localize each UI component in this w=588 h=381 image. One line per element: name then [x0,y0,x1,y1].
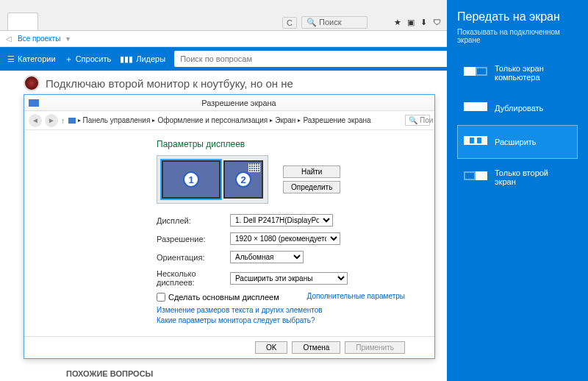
resolution-label: Разрешение: [157,235,230,243]
reload-button[interactable]: С [282,17,297,29]
find-button[interactable]: Найти [283,165,340,178]
window-title: Разрешение экрана [43,99,434,107]
orientation-select[interactable]: Альбомная [230,251,304,263]
display-label: Дисплей: [157,216,230,225]
multiple-label: Несколько дисплеев: [157,269,230,287]
nav-back-button[interactable]: ◄ [29,114,42,127]
display-select[interactable]: 1. Dell P2417H(DisplayPort) [230,214,333,227]
download-icon[interactable]: ⬇ [420,18,427,27]
app-icon [29,99,39,107]
nav-categories[interactable]: ☰Категории [7,54,56,64]
advanced-link[interactable]: Дополнительные параметры [307,292,405,300]
star-icon[interactable]: ★ [394,18,401,27]
charm-option-duplicate[interactable]: Дублировать [457,91,578,125]
similar-questions-heading: ПОХОЖИЕ ВОПРОСЫ [66,369,153,378]
charm-option-extend[interactable]: Расширить [457,125,578,159]
shield-icon[interactable]: 🛡 [433,18,441,27]
control-panel-window: Разрешение экрана ◄ ► ↑ ▸ Панель управле… [24,94,435,359]
question-title: Подключаю второй монитор к ноутбуку, но … [46,77,293,90]
nav-forward-button[interactable]: ► [45,114,58,127]
project-charm-panel: Передать на экран Показывать на подключе… [447,0,588,381]
charm-option-pc-only[interactable]: Только экран компьютера [457,54,578,91]
section-title: Параметры дисплеев [157,139,405,149]
nav-search[interactable]: 🔍Пои [405,115,430,126]
charm-title: Передать на экран [457,10,578,24]
plus-icon: ＋ [65,54,73,65]
text-size-link[interactable]: Изменение размеров текста и других элеме… [157,306,405,314]
resolution-select[interactable]: 1920 × 1080 (рекомендуется) [230,232,340,245]
explorer-nav: ◄ ► ↑ ▸ Панель управления▸ Оформление и … [24,111,434,130]
charm-subtitle: Показывать на подключенном экране [457,28,578,44]
cancel-button[interactable]: Отмена [292,341,340,354]
detect-button[interactable]: Определить [283,181,340,193]
list-icon: ☰ [7,54,15,64]
apply-button[interactable]: Применить [345,341,405,354]
charm-option-second-only[interactable]: Только второй экран [457,159,578,196]
nav-up-icon[interactable]: ↑ [61,116,65,125]
multiple-displays-select[interactable]: Расширить эти экраны [230,272,348,285]
chart-icon: ▮▮▮ [120,54,133,64]
back-icon[interactable]: ◁ [6,35,12,43]
orientation-label: Ориентация: [157,253,230,262]
ok-button[interactable]: OK [255,341,287,354]
browser-search-placeholder: Поиск [319,18,341,26]
make-primary-checkbox[interactable] [157,293,165,302]
display-arrangement[interactable]: 1 2 [157,155,268,204]
browser-tab[interactable] [7,13,38,30]
browser-search[interactable]: 🔍 Поиск [301,16,368,29]
nav-leaders[interactable]: ▮▮▮Лидеры [120,54,165,64]
nav-ask[interactable]: ＋Спросить [65,54,112,65]
pocket-icon[interactable]: ▣ [407,18,415,27]
monitor-1[interactable]: 1 [162,160,220,199]
asker-avatar[interactable] [24,75,40,91]
bookmark-all-projects[interactable]: Все проекты [18,35,60,43]
which-settings-link[interactable]: Какие параметры монитора следует выбрать… [157,316,405,324]
make-primary-label: Сделать основным дисплеем [168,293,279,302]
monitor-2[interactable]: 2 [223,160,263,199]
cp-icon [68,118,76,124]
breadcrumb[interactable]: ▸ Панель управления▸ Оформление и персон… [68,116,371,124]
